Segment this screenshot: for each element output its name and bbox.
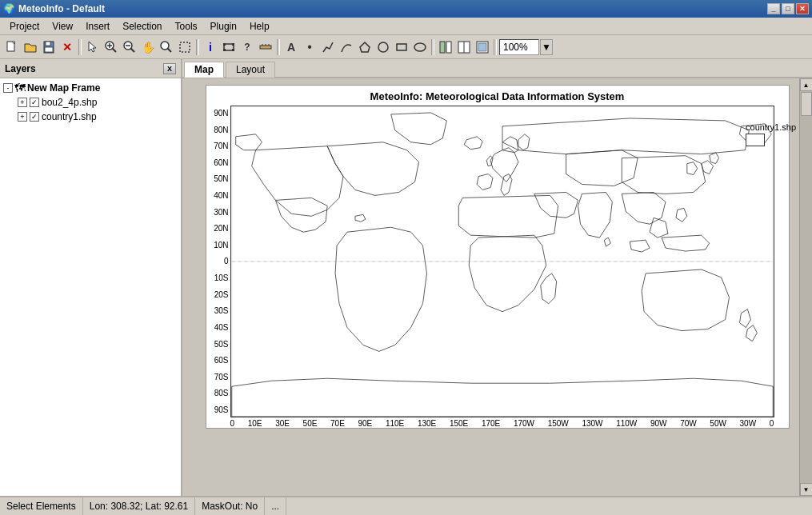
layers-close-button[interactable]: X xyxy=(163,63,176,74)
toolbar: ✕ ✋ i ? A • xyxy=(0,35,812,59)
y-label-10s: 10S xyxy=(208,273,229,282)
y-label-80s: 80S xyxy=(208,389,229,397)
zoom-dropdown[interactable]: ▼ xyxy=(540,39,553,55)
tb-zoom-in[interactable] xyxy=(102,38,120,56)
tb-dot[interactable]: • xyxy=(301,38,318,56)
vertical-scrollbar[interactable]: ▲ ▼ xyxy=(799,78,812,496)
x-label-90w: 90W xyxy=(650,419,667,428)
status-bar: Select Elements Lon: 308.32; Lat: 92.61 … xyxy=(0,496,812,515)
svg-rect-33 xyxy=(478,43,486,51)
status-select-elements: Select Elements xyxy=(0,497,83,515)
legend-label: country1.shp xyxy=(746,122,796,132)
x-label-50e: 50E xyxy=(303,419,318,428)
x-label-0end: 0 xyxy=(770,419,774,428)
map-frame-label: New Map Frame xyxy=(27,82,100,94)
menu-tools[interactable]: Tools xyxy=(169,19,204,34)
tb-zoom-out[interactable] xyxy=(121,38,138,56)
tb-sep1 xyxy=(78,39,82,55)
x-label-30e: 30E xyxy=(275,419,290,428)
tb-help2[interactable]: ? xyxy=(238,38,256,56)
close-button[interactable]: ✕ xyxy=(796,3,809,14)
tb-curve[interactable] xyxy=(338,38,355,56)
menu-help[interactable]: Help xyxy=(243,19,276,34)
tb-open[interactable] xyxy=(22,38,39,56)
svg-rect-16 xyxy=(223,43,226,46)
status-maskout-text: MaskOut: No xyxy=(202,501,258,512)
layer-expand-bou2[interactable]: + xyxy=(18,98,27,107)
x-label-150w: 150W xyxy=(548,419,569,428)
tb-measure[interactable] xyxy=(257,38,274,56)
tb-icon1[interactable] xyxy=(437,38,454,56)
tab-layout[interactable]: Layout xyxy=(226,62,275,78)
scroll-track xyxy=(800,91,813,483)
minimize-button[interactable]: _ xyxy=(767,3,780,14)
x-label-130w: 130W xyxy=(582,419,602,428)
world-map-svg[interactable] xyxy=(230,106,774,417)
svg-rect-17 xyxy=(232,43,234,46)
tb-icon2[interactable] xyxy=(455,38,473,56)
tb-save[interactable] xyxy=(40,38,58,56)
x-label-70w: 70W xyxy=(680,419,697,428)
tb-zoom-box[interactable] xyxy=(176,38,194,56)
layer-item-bou2[interactable]: + ✓ bou2_4p.shp xyxy=(16,96,178,109)
map-frame-icon: 🗺 xyxy=(14,82,26,94)
layer-item-country1[interactable]: + ✓ country1.shp xyxy=(16,110,178,123)
app-icon: 🌍 xyxy=(3,3,15,14)
scroll-up-arrow[interactable]: ▲ xyxy=(800,78,813,91)
status-extra-text: ... xyxy=(271,501,279,512)
title-bar-controls: _ □ ✕ xyxy=(767,3,809,14)
maximize-button[interactable]: □ xyxy=(782,3,794,14)
tb-info[interactable]: i xyxy=(202,38,219,56)
tb-ellipse[interactable] xyxy=(411,38,429,56)
menu-plugin[interactable]: Plugin xyxy=(204,19,243,34)
map-frame-group: - 🗺 New Map Frame xyxy=(3,82,178,94)
tab-map[interactable]: Map xyxy=(184,62,224,78)
tb-delete[interactable]: ✕ xyxy=(58,38,76,56)
x-label-170w: 170W xyxy=(514,419,534,428)
menu-view[interactable]: View xyxy=(46,19,79,34)
map-title: MeteoInfo: Meteorological Data Informati… xyxy=(206,86,789,106)
layer-label-bou2: bou2_4p.shp xyxy=(42,97,97,108)
svg-rect-26 xyxy=(397,44,406,50)
tb-circle[interactable] xyxy=(374,38,392,56)
scroll-down-arrow[interactable]: ▼ xyxy=(800,483,813,496)
svg-rect-14 xyxy=(180,42,190,52)
map-container: MeteoInfo: Meteorological Data Informati… xyxy=(206,85,790,429)
tb-text[interactable]: A xyxy=(282,38,300,56)
x-axis: 0 10E 30E 50E 70E 90E 110E 130E 150E 170… xyxy=(230,417,774,428)
x-label-110e: 110E xyxy=(386,419,404,428)
tb-line-draw[interactable] xyxy=(319,38,337,56)
y-label-0: 0 xyxy=(208,257,229,265)
tb-zoom-extent[interactable] xyxy=(158,38,175,56)
map-inner: 90N 80N 70N 60N 50N 40N 30N 20N 10N 0 10… xyxy=(206,106,789,428)
layer-expand-country1[interactable]: + xyxy=(18,112,27,122)
y-label-70s: 70S xyxy=(208,373,229,381)
svg-marker-4 xyxy=(89,42,96,52)
tabs-bar: Map Layout xyxy=(182,59,812,78)
scroll-thumb[interactable] xyxy=(801,92,812,116)
layers-panel: Layers X - 🗺 New Map Frame + ✓ bou2_4p.s… xyxy=(0,59,182,496)
layer-check-country1[interactable]: ✓ xyxy=(30,112,39,122)
tb-polygon[interactable] xyxy=(356,38,374,56)
tb-sep4 xyxy=(431,39,434,55)
layer-label-country1: country1.shp xyxy=(42,111,97,122)
tb-select[interactable] xyxy=(84,38,102,56)
y-label-20n: 20N xyxy=(208,224,229,233)
tb-rect-draw[interactable] xyxy=(393,38,410,56)
main-area: Layers X - 🗺 New Map Frame + ✓ bou2_4p.s… xyxy=(0,59,812,496)
layer-check-bou2[interactable]: ✓ xyxy=(30,98,39,107)
y-label-20s: 20S xyxy=(208,290,229,299)
map-frame-expand[interactable]: - xyxy=(3,83,13,93)
menu-insert[interactable]: Insert xyxy=(79,19,116,34)
legend-area: country1.shp xyxy=(746,122,796,146)
tb-select-box2[interactable] xyxy=(220,38,238,56)
tb-icon3[interactable] xyxy=(474,38,491,56)
zoom-level-box[interactable]: 100% xyxy=(499,39,539,55)
tb-new[interactable] xyxy=(3,38,21,56)
y-label-50n: 50N xyxy=(208,174,229,183)
menu-project[interactable]: Project xyxy=(3,19,46,34)
menu-selection[interactable]: Selection xyxy=(116,19,168,34)
y-label-90s: 90S xyxy=(208,405,229,414)
tb-pan[interactable]: ✋ xyxy=(139,38,157,56)
svg-rect-19 xyxy=(232,49,234,51)
